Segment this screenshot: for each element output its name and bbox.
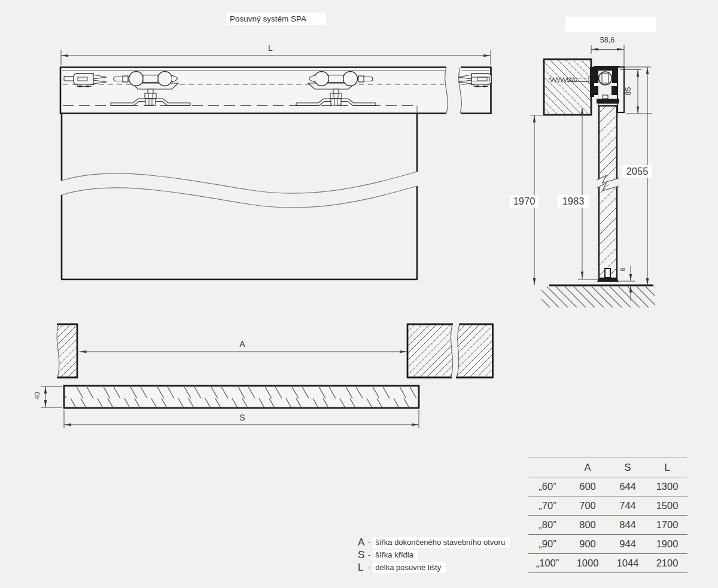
dim-label-8: 8 (619, 265, 627, 275)
a-cell: 1000 (567, 557, 609, 569)
drawing-title: Posuvný systém SPA (226, 13, 326, 25)
a-cell: 600 (567, 481, 609, 492)
drawing-sheet: Posuvný systém SPA L 58,6 85 1970 1983 2… (0, 0, 718, 588)
table-row: „70” 700 744 1500 (528, 496, 687, 516)
dim-label-85: 85 (624, 84, 633, 99)
wall-section (544, 59, 591, 115)
dim-label-40: 40 (34, 388, 41, 404)
header-cell-S: S (609, 462, 647, 473)
legend-symbol: S (358, 549, 367, 561)
s-cell: 1044 (609, 557, 647, 569)
legend-separator: - (368, 550, 370, 559)
s-cell: 844 (609, 519, 647, 531)
sliding-track (60, 68, 491, 114)
legend-item-S: S - šířka křídla (358, 549, 537, 561)
l-cell: 1700 (647, 519, 687, 531)
dim-label-S: S (235, 413, 250, 423)
size-cell: „70” (528, 500, 567, 511)
a-cell: 700 (567, 500, 609, 511)
legend-separator: - (368, 563, 370, 572)
dim-label-58-6: 58,6 (594, 36, 620, 45)
l-cell: 1900 (647, 538, 687, 550)
a-cell: 800 (567, 519, 609, 531)
s-cell: 744 (609, 500, 647, 511)
door-leaf-section (597, 106, 619, 279)
size-table-header: A S L (528, 458, 687, 477)
legend-description: šířka křídla (373, 550, 418, 560)
s-cell: 944 (609, 538, 647, 550)
plan-wall-right (407, 324, 494, 378)
door-slab-plan (64, 386, 419, 408)
plan-view (41, 324, 494, 428)
plan-wall-left (57, 324, 78, 378)
legend-item-A: A - šířka dokončeného stavebního otvoru (358, 536, 537, 549)
front-view (60, 50, 491, 279)
door-panel-front (61, 114, 418, 279)
size-cell: „100” (528, 557, 567, 569)
legend-separator: - (368, 538, 370, 547)
s-cell: 644 (609, 481, 647, 492)
dim-label-A: A (235, 339, 250, 349)
l-cell: 1500 (647, 500, 687, 511)
dim-label-1983: 1983 (558, 195, 589, 208)
dim-label-L: L (263, 43, 278, 53)
floor (541, 285, 655, 307)
table-row: „90” 900 944 1900 (528, 535, 687, 554)
size-table: A S L „60” 600 644 1300 „70” 700 744 150… (528, 458, 687, 573)
size-cell: „90” (528, 538, 567, 550)
l-cell: 1300 (647, 481, 687, 492)
blank-logo-placeholder (565, 17, 656, 32)
legend-symbol: A (358, 537, 367, 549)
header-cell-A: A (567, 462, 609, 473)
size-cell: „80” (528, 519, 567, 531)
l-cell: 2100 (647, 557, 687, 569)
table-row: „80” 800 844 1700 (528, 516, 687, 535)
legend: A - šířka dokončeného stavebního otvoru … (358, 536, 537, 574)
legend-item-L: L - délka posuvné lišty (358, 561, 537, 574)
header-cell-L: L (647, 462, 687, 473)
dim-label-2055: 2055 (622, 165, 652, 178)
dim-label-1970: 1970 (510, 195, 538, 208)
table-row: „100” 1000 1044 2100 (528, 554, 687, 573)
legend-description: délka posuvné lišty (373, 562, 446, 573)
legend-symbol: L (358, 562, 367, 574)
legend-description: šířka dokončeného stavebního otvoru (373, 537, 510, 548)
size-cell: „60” (528, 481, 567, 492)
table-row: „60” 600 644 1300 (528, 477, 687, 496)
a-cell: 900 (567, 538, 609, 550)
